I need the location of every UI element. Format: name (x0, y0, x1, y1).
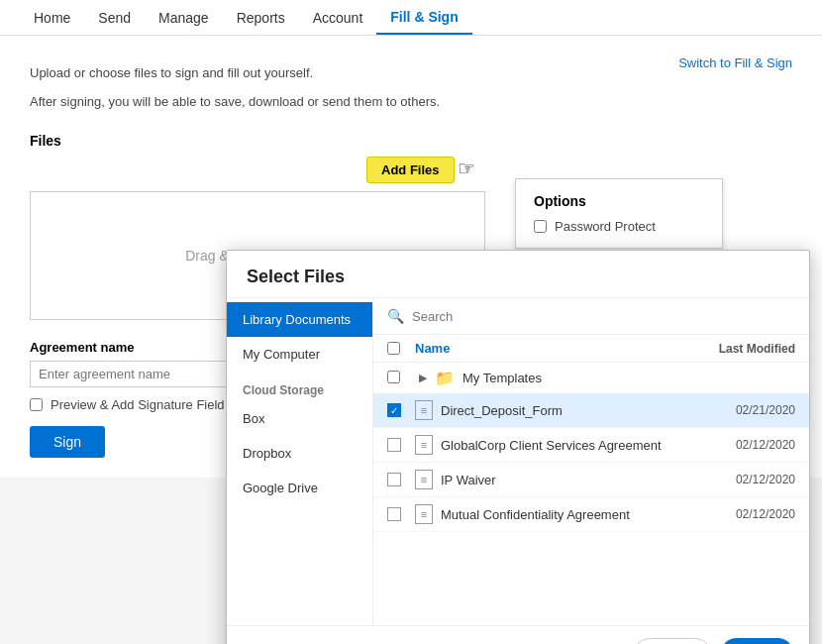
select-files-modal: Select Files Library Documents My Comput… (226, 250, 810, 644)
modal-sidebar: Library Documents My Computer Cloud Stor… (227, 298, 373, 625)
document-icon (415, 435, 433, 455)
sidebar-google-drive[interactable]: Google Drive (227, 471, 372, 505)
file-modified-date: 02/12/2020 (706, 438, 795, 452)
nav-manage[interactable]: Manage (145, 2, 223, 34)
password-protect-checkbox[interactable] (534, 220, 547, 233)
switch-to-fill-sign-link[interactable]: Switch to Fill & Sign (678, 55, 792, 70)
file-name: Mutual Confidentiality Agreement (441, 507, 630, 522)
document-icon (415, 470, 433, 489)
file-rows-container: ✓Direct_Deposit_Form02/21/2020GlobalCorp… (373, 393, 809, 532)
nav-reports[interactable]: Reports (223, 2, 299, 34)
nav-fill-sign[interactable]: Fill & Sign (376, 1, 471, 35)
folder-expand-icon: ▶ (419, 372, 427, 384)
document-icon (415, 400, 433, 420)
table-row[interactable]: Mutual Confidentiality Agreement02/12/20… (373, 497, 809, 532)
table-row[interactable]: GlobalCorp Client Services Agreement02/1… (373, 428, 809, 463)
agreement-name-input[interactable] (30, 361, 248, 387)
modal-body: Library Documents My Computer Cloud Stor… (227, 298, 809, 625)
select-all-checkbox[interactable] (387, 342, 400, 355)
file-name-cell: Mutual Confidentiality Agreement (415, 504, 706, 524)
sidebar-my-computer[interactable]: My Computer (227, 337, 372, 372)
search-input[interactable] (412, 309, 795, 324)
preview-label: Preview & Add Signature Field (51, 397, 225, 412)
folder-checkbox[interactable] (387, 371, 400, 383)
table-header: Name Last Modified (373, 335, 809, 363)
nav-send[interactable]: Send (84, 2, 145, 34)
file-name: Direct_Deposit_Form (441, 403, 563, 418)
table-row[interactable]: ✓Direct_Deposit_Form02/21/2020 (373, 393, 809, 428)
file-checkbox[interactable] (387, 438, 401, 452)
modal-title: Select Files (227, 251, 809, 298)
file-checkbox[interactable] (387, 473, 401, 486)
cloud-storage-label: Cloud Storage (227, 372, 372, 401)
add-files-button[interactable]: Add Files (366, 157, 455, 183)
password-protect-row: Password Protect (534, 219, 704, 234)
document-icon (415, 504, 433, 524)
nav-account[interactable]: Account (299, 2, 377, 34)
folder-my-templates-row[interactable]: ▶ 📁 My Templates (373, 363, 809, 393)
password-protect-label: Password Protect (555, 219, 656, 234)
col-name-header: Name (415, 341, 706, 356)
sign-button[interactable]: Sign (30, 426, 105, 458)
file-modified-date: 02/12/2020 (706, 473, 795, 486)
file-checkbox[interactable]: ✓ (387, 403, 401, 417)
modal-file-area: 🔍 Name Last Modified ▶ 📁 My Templates (373, 298, 809, 625)
search-bar: 🔍 (373, 298, 809, 335)
file-name: GlobalCorp Client Services Agreement (441, 438, 662, 453)
options-box: Options Password Protect (515, 178, 723, 249)
sidebar-box[interactable]: Box (227, 401, 372, 436)
file-name-cell: Direct_Deposit_Form (415, 400, 706, 420)
file-name-cell: GlobalCorp Client Services Agreement (415, 435, 706, 455)
file-name-cell: IP Waiver (415, 470, 706, 489)
preview-checkbox[interactable] (30, 398, 43, 411)
search-icon: 🔍 (387, 308, 404, 324)
description-line2: After signing, you will be able to save,… (30, 92, 792, 113)
file-modified-date: 02/21/2020 (706, 403, 795, 417)
files-label: Files (30, 133, 792, 149)
folder-name: My Templates (462, 371, 542, 385)
cancel-button[interactable]: Cancel (634, 638, 711, 644)
folder-icon: 📁 (435, 369, 455, 387)
table-row[interactable]: IP Waiver02/12/2020 (373, 463, 809, 497)
file-modified-date: 02/12/2020 (706, 507, 795, 521)
sidebar-dropbox[interactable]: Dropbox (227, 436, 372, 471)
sidebar-library-documents[interactable]: Library Documents (227, 302, 372, 337)
col-modified-header: Last Modified (706, 342, 795, 356)
file-checkbox[interactable] (387, 507, 401, 521)
folder-check-space (387, 371, 415, 386)
nav-home[interactable]: Home (20, 2, 84, 34)
navbar: Home Send Manage Reports Account Fill & … (0, 0, 822, 36)
modal-footer: Cancel Attach (227, 625, 809, 644)
file-name: IP Waiver (441, 473, 496, 487)
attach-button[interactable]: Attach (721, 638, 793, 644)
options-title: Options (534, 193, 704, 209)
